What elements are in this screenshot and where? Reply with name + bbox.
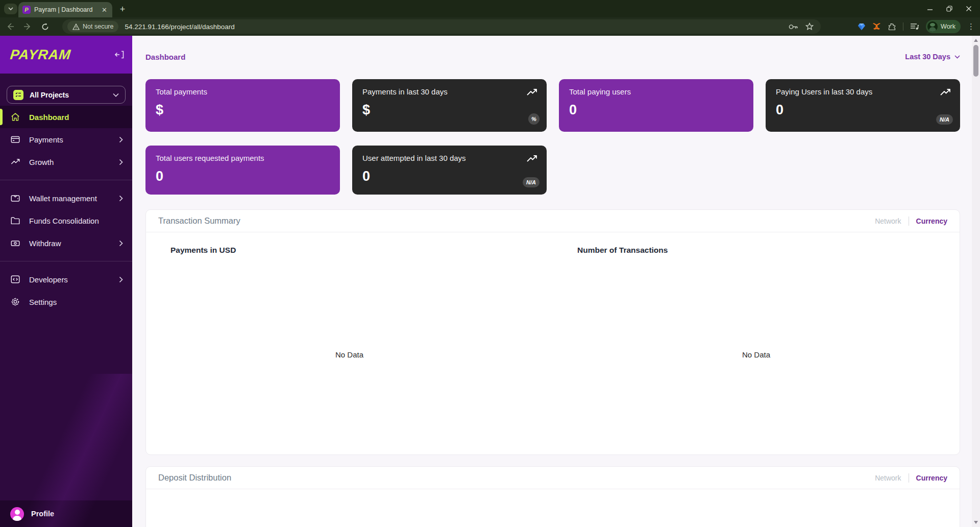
folder-icon (10, 215, 21, 226)
gear-icon (10, 297, 21, 307)
reload-button[interactable] (38, 19, 52, 34)
stat-card-users-requested-payments: Total users requested payments 0 (145, 146, 340, 195)
reload-icon (41, 23, 49, 31)
browser-menu-button[interactable]: ⋮ (967, 22, 975, 31)
scroll-down-icon[interactable] (974, 521, 978, 524)
chart-empty-state: No Data (170, 255, 553, 454)
security-label: Not secure (83, 23, 113, 30)
chevron-right-icon (119, 276, 123, 283)
sidebar-item-wallet-management[interactable]: Wallet management (0, 187, 132, 209)
stat-card-payments-30d: Payments in last 30 days $ % (352, 79, 547, 132)
toggle-divider (909, 217, 909, 226)
stat-value: 0 (362, 169, 536, 184)
browser-profile-button[interactable]: Work (926, 20, 961, 33)
trending-up-icon (940, 87, 951, 97)
back-arrow-icon (6, 22, 14, 31)
browser-profile-label: Work (941, 23, 955, 30)
chevron-down-icon (954, 55, 960, 59)
sidebar-header: PAYRAM (0, 36, 132, 74)
toggle-currency[interactable]: Currency (916, 474, 947, 482)
panel-title: Deposit Distribution (158, 473, 231, 483)
browser-avatar (927, 21, 938, 32)
code-icon (10, 274, 21, 284)
sidebar-profile[interactable]: Profile (0, 500, 132, 527)
sidebar-item-label: Settings (29, 298, 123, 306)
address-bar[interactable]: Not secure 54.221.91.166/project/all/das… (62, 19, 821, 34)
metamask-fox-icon[interactable] (872, 22, 881, 31)
na-badge: N/A (936, 114, 953, 125)
extensions-puzzle-icon[interactable] (888, 22, 896, 31)
na-badge: N/A (523, 177, 540, 187)
stat-card-user-attempted-30d: User attempted in last 30 days 0 N/A (352, 146, 547, 195)
collapse-sidebar-icon (115, 51, 124, 59)
chevron-right-icon (119, 240, 123, 247)
chart-title: Number of Transactions (577, 246, 960, 255)
sidebar-item-label: Wallet management (29, 194, 111, 203)
password-key-icon[interactable] (789, 23, 798, 30)
network-currency-toggle: Network Currency (875, 217, 947, 226)
sidebar-divider (0, 261, 132, 261)
new-tab-button[interactable]: + (116, 3, 129, 15)
stat-title: Paying Users in last 30 days (776, 87, 950, 96)
project-selector[interactable]: All Projects (7, 86, 126, 104)
page-scrollbar[interactable] (972, 36, 980, 527)
credit-card-icon (10, 134, 21, 145)
scrollbar-thumb[interactable] (973, 45, 978, 77)
home-icon (10, 112, 21, 122)
browser-toolbar: Not secure 54.221.91.166/project/all/das… (0, 17, 980, 36)
sidebar-item-dashboard[interactable]: Dashboard (0, 106, 132, 128)
security-status[interactable]: Not secure (67, 21, 118, 32)
toggle-network[interactable]: Network (875, 217, 901, 225)
sidebar-item-funds-consolidation[interactable]: Funds Consolidation (0, 209, 132, 232)
sidebar-item-label: Growth (29, 158, 111, 166)
url-text[interactable]: 54.221.91.166/project/all/dashboard (125, 23, 789, 31)
sidebar-item-label: Withdraw (29, 239, 111, 248)
stat-cards: Total payments $ Payments in last 30 day… (145, 79, 960, 195)
projects-list-icon (13, 90, 23, 100)
restore-button[interactable] (946, 6, 952, 12)
media-controls-icon[interactable] (910, 23, 919, 30)
toggle-network[interactable]: Network (875, 474, 901, 482)
warning-triangle-icon (72, 23, 80, 30)
trending-up-icon (10, 157, 21, 167)
gem-extension-icon[interactable] (857, 23, 866, 31)
tab-search-button[interactable] (4, 4, 17, 14)
back-button[interactable] (3, 19, 17, 34)
sidebar-item-withdraw[interactable]: Withdraw (0, 232, 132, 254)
trending-up-icon (526, 154, 537, 163)
forward-button[interactable] (20, 19, 35, 34)
tab-close-icon[interactable]: ✕ (101, 6, 108, 14)
stat-title: Payments in last 30 days (362, 87, 536, 96)
stat-card-total-paying-users: Total paying users 0 (559, 79, 753, 132)
close-button[interactable] (966, 6, 972, 12)
browser-tab[interactable]: P Payram | Dashboard ✕ (18, 2, 112, 17)
sidebar-item-label: Dashboard (29, 113, 123, 122)
sidebar-item-payments[interactable]: Payments (0, 128, 132, 151)
date-range-filter[interactable]: Last 30 Days (905, 53, 960, 61)
network-currency-toggle: Network Currency (875, 473, 947, 483)
chevron-right-icon (119, 136, 123, 143)
browser-tab-strip: P Payram | Dashboard ✕ + (0, 0, 980, 17)
banknote-icon (10, 238, 21, 248)
breadcrumb[interactable]: Dashboard (145, 53, 185, 61)
transactions-count-chart: Number of Transactions No Data (553, 232, 960, 454)
forward-arrow-icon (23, 22, 32, 31)
toggle-currency[interactable]: Currency (916, 217, 947, 225)
chevron-right-icon (119, 159, 123, 165)
project-selector-label: All Projects (30, 91, 107, 99)
bookmark-star-icon[interactable] (805, 22, 814, 31)
scroll-up-icon[interactable] (974, 39, 978, 42)
chevron-down-icon (8, 7, 13, 11)
minimize-button[interactable] (927, 6, 933, 12)
stat-value: 0 (776, 102, 950, 118)
sidebar-divider (0, 180, 132, 180)
panel-title: Transaction Summary (158, 216, 240, 226)
sidebar-collapse-button[interactable] (115, 51, 124, 59)
sidebar-item-growth[interactable]: Growth (0, 151, 132, 173)
tab-title: Payram | Dashboard (34, 6, 97, 13)
sidebar-item-label: Funds Consolidation (29, 217, 123, 225)
sidebar-item-developers[interactable]: Developers (0, 268, 132, 291)
profile-label: Profile (31, 510, 54, 518)
sidebar-item-settings[interactable]: Settings (0, 291, 132, 313)
stat-title: Total paying users (569, 87, 743, 96)
